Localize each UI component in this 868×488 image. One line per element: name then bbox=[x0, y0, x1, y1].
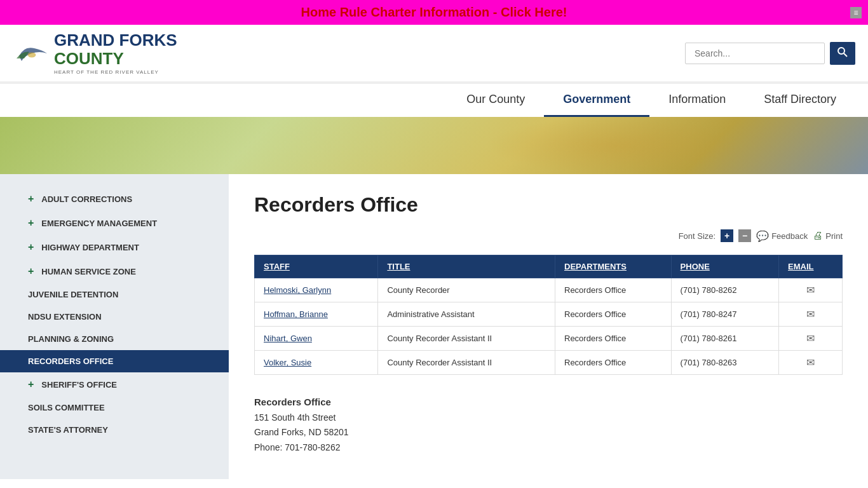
cell-title: County Recorder Assistant II bbox=[378, 351, 555, 375]
font-decrease-button[interactable]: − bbox=[738, 229, 751, 242]
feedback-button[interactable]: 💬 Feedback bbox=[756, 230, 808, 242]
sidebar-label: SHERIFF'S OFFICE bbox=[41, 380, 117, 390]
search-input[interactable] bbox=[685, 43, 825, 64]
print-button[interactable]: 🖨 Print bbox=[813, 230, 843, 241]
table-row: Hoffman, Brianne Administrative Assistan… bbox=[255, 302, 843, 327]
email-sort-link[interactable]: EMAIL bbox=[788, 262, 813, 271]
print-icon: 🖨 bbox=[813, 230, 823, 241]
cell-staff: Hoffman, Brianne bbox=[255, 302, 378, 327]
expand-icon: + bbox=[28, 241, 34, 253]
email-icon[interactable]: ✉ bbox=[806, 309, 815, 320]
print-label: Print bbox=[825, 231, 843, 241]
sidebar-item-ndsu-extension[interactable]: NDSU EXTENSION bbox=[0, 306, 229, 328]
font-increase-button[interactable]: + bbox=[721, 229, 733, 242]
banner-link[interactable]: Home Rule Charter Information - Click He… bbox=[301, 5, 567, 19]
feedback-icon: 💬 bbox=[756, 230, 769, 242]
cell-department: Recorders Office bbox=[555, 351, 672, 375]
email-icon[interactable]: ✉ bbox=[806, 333, 815, 344]
logo-name: GRAND FORKS COUNTY bbox=[54, 31, 177, 67]
sidebar-label: NDSU EXTENSION bbox=[28, 312, 102, 322]
svg-line-2 bbox=[844, 53, 847, 57]
address-section: Recorders Office 151 South 4th Street Gr… bbox=[254, 394, 843, 456]
nav-information[interactable]: Information bbox=[649, 84, 745, 117]
svg-point-0 bbox=[28, 52, 36, 57]
table-row: Volker, Susie County Recorder Assistant … bbox=[255, 351, 843, 375]
sidebar-item-recorders-office[interactable]: RECORDERS OFFICE bbox=[0, 350, 229, 372]
cell-phone: (701) 780-8261 bbox=[671, 327, 779, 351]
announcement-banner[interactable]: Home Rule Charter Information - Click He… bbox=[0, 0, 868, 25]
sidebar-item-adult-corrections[interactable]: + ADULT CORRECTIONS bbox=[0, 187, 229, 211]
staff-link[interactable]: Volker, Susie bbox=[264, 358, 311, 367]
expand-icon: + bbox=[28, 379, 34, 390]
sidebar-item-states-attorney[interactable]: STATE'S ATTORNEY bbox=[0, 419, 229, 441]
sidebar-label: RECORDERS OFFICE bbox=[28, 356, 113, 366]
logo-tagline: Heart of the Red River Valley bbox=[54, 69, 177, 75]
cell-staff: Volker, Susie bbox=[255, 351, 378, 375]
sidebar-item-highway-department[interactable]: + HIGHWAY DEPARTMENT bbox=[0, 235, 229, 259]
staff-link[interactable]: Helmoski, Garlynn bbox=[264, 285, 331, 295]
staff-link[interactable]: Hoffman, Brianne bbox=[264, 309, 328, 319]
departments-sort-link[interactable]: DEPARTMENTS bbox=[564, 262, 627, 271]
staff-link[interactable]: Nihart, Gwen bbox=[264, 334, 312, 343]
logo-grand-forks: GRAND FORKS bbox=[54, 30, 177, 50]
nav-staff-directory[interactable]: Staff Directory bbox=[745, 84, 855, 117]
logo-area[interactable]: GRAND FORKS COUNTY Heart of the Red Rive… bbox=[13, 31, 177, 75]
cell-department: Recorders Office bbox=[555, 278, 672, 302]
address-phone: Phone: 701-780-8262 bbox=[254, 440, 843, 456]
phone-sort-link[interactable]: PHONE bbox=[681, 262, 710, 271]
expand-icon: + bbox=[28, 266, 34, 277]
cell-staff: Nihart, Gwen bbox=[255, 327, 378, 351]
logo-text: GRAND FORKS COUNTY Heart of the Red Rive… bbox=[54, 31, 177, 75]
staff-sort-link[interactable]: STAFF bbox=[264, 262, 290, 271]
cell-email: ✉ bbox=[779, 302, 843, 327]
col-header-phone[interactable]: PHONE bbox=[671, 255, 779, 278]
col-header-email[interactable]: EMAIL bbox=[779, 255, 843, 278]
svg-point-1 bbox=[838, 48, 844, 54]
col-header-title[interactable]: TITLE bbox=[378, 255, 555, 278]
logo-county: COUNTY bbox=[54, 49, 124, 68]
title-sort-link[interactable]: TITLE bbox=[387, 262, 410, 271]
table-row: Nihart, Gwen County Recorder Assistant I… bbox=[255, 327, 843, 351]
search-area bbox=[685, 42, 855, 65]
logo-bird-icon bbox=[13, 41, 51, 66]
nav-government[interactable]: Government bbox=[544, 84, 649, 117]
cell-department: Recorders Office bbox=[555, 302, 672, 327]
sidebar-item-juvenile-detention[interactable]: JUVENILE DETENTION bbox=[0, 283, 229, 306]
cell-phone: (701) 780-8263 bbox=[671, 351, 779, 375]
cell-email: ✉ bbox=[779, 351, 843, 375]
address-city: Grand Forks, ND 58201 bbox=[254, 425, 843, 440]
site-header: GRAND FORKS COUNTY Heart of the Red Rive… bbox=[0, 25, 868, 82]
table-row: Helmoski, Garlynn County Recorder Record… bbox=[255, 278, 843, 302]
hero-banner bbox=[0, 117, 868, 174]
page-title: Recorders Office bbox=[254, 193, 843, 217]
cell-title: County Recorder Assistant II bbox=[378, 327, 555, 351]
sidebar-label: HUMAN SERVICE ZONE bbox=[41, 267, 136, 276]
address-street: 151 South 4th Street bbox=[254, 410, 843, 426]
cell-email: ✉ bbox=[779, 327, 843, 351]
sidebar-label: HIGHWAY DEPARTMENT bbox=[41, 243, 139, 252]
col-header-staff[interactable]: STAFF bbox=[255, 255, 378, 278]
cell-email: ✉ bbox=[779, 278, 843, 302]
sidebar-item-sheriffs-office[interactable]: + SHERIFF'S OFFICE bbox=[0, 372, 229, 396]
search-button[interactable] bbox=[830, 42, 855, 65]
sidebar-label: PLANNING & ZONING bbox=[28, 334, 114, 344]
sidebar-label: JUVENILE DETENTION bbox=[28, 290, 118, 299]
sidebar-label: STATE'S ATTORNEY bbox=[28, 425, 108, 435]
sidebar-item-human-service-zone[interactable]: + HUMAN SERVICE ZONE bbox=[0, 259, 229, 283]
font-size-label: Font Size: bbox=[679, 231, 716, 241]
expand-icon: + bbox=[28, 217, 34, 229]
email-icon[interactable]: ✉ bbox=[806, 357, 815, 368]
email-icon[interactable]: ✉ bbox=[806, 285, 815, 295]
sidebar-item-soils-committee[interactable]: SOILS COMMITTEE bbox=[0, 396, 229, 419]
font-controls: Font Size: + − 💬 Feedback 🖨 Print bbox=[254, 229, 843, 242]
cell-staff: Helmoski, Garlynn bbox=[255, 278, 378, 302]
banner-close-button[interactable]: ≡ bbox=[850, 7, 862, 18]
col-header-departments[interactable]: DEPARTMENTS bbox=[555, 255, 672, 278]
nav-our-county[interactable]: Our County bbox=[447, 84, 544, 117]
cell-title: County Recorder bbox=[378, 278, 555, 302]
sidebar-item-planning-zoning[interactable]: PLANNING & ZONING bbox=[0, 328, 229, 350]
main-content: Recorders Office Font Size: + − 💬 Feedba… bbox=[229, 174, 868, 479]
sidebar-item-emergency-management[interactable]: + EMERGENCY MANAGEMENT bbox=[0, 211, 229, 235]
cell-department: Recorders Office bbox=[555, 327, 672, 351]
sidebar-label: ADULT CORRECTIONS bbox=[41, 194, 132, 204]
